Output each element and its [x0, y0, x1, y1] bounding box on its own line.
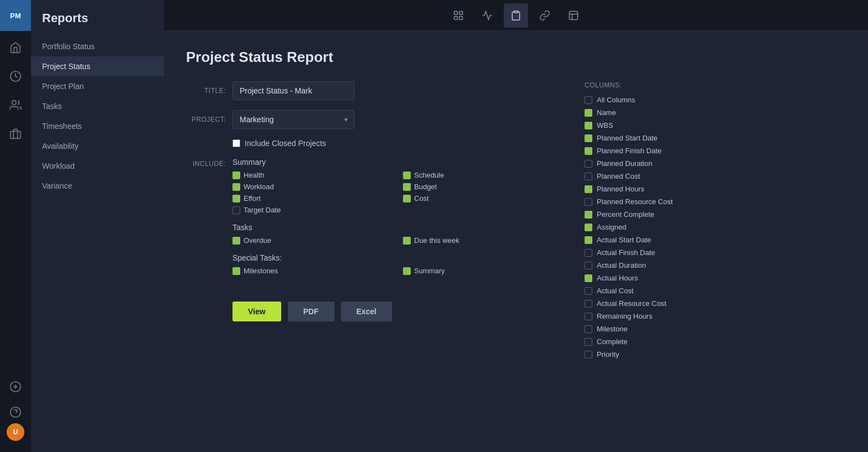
- toolbar-activity[interactable]: [475, 3, 499, 28]
- user-avatar[interactable]: U: [7, 423, 24, 441]
- column-planned-hours-label: Planned Hours: [597, 185, 644, 193]
- column-priority-label: Priority: [597, 350, 619, 359]
- health-checkbox-icon[interactable]: [232, 172, 240, 179]
- column-planned-duration-checkbox[interactable]: [585, 160, 592, 168]
- column-actual-resource-cost-checkbox[interactable]: [585, 300, 592, 308]
- column-percent-complete: Percent Complete: [585, 210, 746, 219]
- add-icon[interactable]: [0, 372, 31, 401]
- app-logo-text: PM: [10, 12, 21, 20]
- effort-label: Effort: [244, 194, 261, 202]
- column-actual-duration: Actual Duration: [585, 261, 746, 269]
- columns-scroll[interactable]: All Columns Name WBS Planned Start Date: [585, 96, 751, 363]
- column-name: Name: [585, 108, 746, 117]
- column-actual-finish-checkbox[interactable]: [585, 249, 592, 257]
- sidebar-item-project-status[interactable]: Project Status: [31, 56, 164, 76]
- overdue-label: Overdue: [244, 236, 271, 245]
- column-remaining-hours: Remaining Hours: [585, 312, 746, 320]
- sidebar-item-timesheets[interactable]: Timesheets: [31, 116, 164, 136]
- overdue-checkbox-icon[interactable]: [232, 237, 240, 245]
- toolbar-clipboard[interactable]: [504, 3, 528, 28]
- column-name-checkbox[interactable]: [585, 109, 592, 117]
- all-columns-label: All Columns: [597, 96, 635, 104]
- cost-checkbox-icon[interactable]: [403, 195, 411, 202]
- column-name-label: Name: [597, 108, 616, 117]
- toolbar-layout[interactable]: [561, 3, 586, 28]
- column-actual-cost-checkbox[interactable]: [585, 287, 592, 295]
- svg-rect-9: [459, 11, 463, 14]
- sidebar-item-portfolio-status[interactable]: Portfolio Status: [31, 37, 164, 56]
- special-summary: Summary: [403, 267, 562, 275]
- column-planned-cost-label: Planned Cost: [597, 172, 640, 180]
- title-input[interactable]: [232, 81, 354, 100]
- include-closed-checkbox[interactable]: [232, 139, 240, 147]
- schedule-checkbox-icon[interactable]: [403, 172, 411, 179]
- all-columns-checkbox[interactable]: [585, 96, 592, 104]
- column-planned-hours: Planned Hours: [585, 185, 746, 193]
- sidebar-item-availability[interactable]: Availability: [31, 136, 164, 156]
- column-complete-checkbox[interactable]: [585, 338, 592, 346]
- column-planned-resource-cost-checkbox[interactable]: [585, 198, 592, 206]
- nav-icon-history[interactable]: [0, 62, 31, 91]
- project-row: PROJECT: Marketing Development Sales HR …: [186, 110, 562, 129]
- tasks-grid: Overdue Due this week: [232, 236, 562, 245]
- column-planned-cost-checkbox[interactable]: [585, 173, 592, 180]
- column-priority-checkbox[interactable]: [585, 351, 592, 359]
- pdf-button[interactable]: PDF: [288, 302, 334, 321]
- special-summary-checkbox-icon[interactable]: [403, 267, 411, 275]
- sidebar-item-tasks[interactable]: Tasks: [31, 96, 164, 116]
- column-actual-hours-checkbox[interactable]: [585, 274, 592, 282]
- main-area: Project Status Report TITLE: PROJECT: Ma…: [164, 0, 868, 452]
- include-closed-label[interactable]: Include Closed Projects: [245, 139, 326, 148]
- summary-cost: Cost: [403, 194, 562, 202]
- summary-effort: Effort: [232, 194, 392, 202]
- column-complete: Complete: [585, 337, 746, 346]
- special-tasks-title: Special Tasks:: [232, 253, 562, 262]
- nav-icon-briefcase[interactable]: [0, 120, 31, 148]
- svg-rect-11: [459, 16, 463, 19]
- sidebar-item-project-plan[interactable]: Project Plan: [31, 76, 164, 96]
- title-label: TITLE:: [186, 87, 226, 95]
- sidebar-item-variance[interactable]: Variance: [31, 176, 164, 196]
- column-planned-resource-cost-label: Planned Resource Cost: [597, 198, 673, 206]
- title-row: TITLE:: [186, 81, 562, 100]
- column-assigned-checkbox[interactable]: [585, 224, 592, 231]
- sidebar-item-workload[interactable]: Workload: [31, 156, 164, 176]
- nav-icon-people[interactable]: [0, 91, 31, 120]
- target-date-label: Target Date: [244, 206, 281, 214]
- app-logo[interactable]: PM: [0, 0, 31, 31]
- column-actual-hours: Actual Hours: [585, 274, 746, 282]
- columns-label: COLUMNS:: [585, 81, 751, 89]
- target-date-checkbox-icon[interactable]: [232, 206, 240, 214]
- milestones-label: Milestones: [244, 267, 278, 275]
- workload-checkbox-icon[interactable]: [232, 183, 240, 191]
- excel-button[interactable]: Excel: [341, 302, 392, 321]
- sidebar: Reports Portfolio Status Project Status …: [31, 0, 164, 452]
- column-actual-duration-checkbox[interactable]: [585, 262, 592, 269]
- column-planned-finish-label: Planned Finish Date: [597, 147, 662, 155]
- due-this-week-checkbox-icon[interactable]: [403, 237, 411, 245]
- column-milestone-checkbox[interactable]: [585, 325, 592, 333]
- view-button[interactable]: View: [232, 302, 281, 321]
- column-planned-hours-checkbox[interactable]: [585, 185, 592, 193]
- effort-checkbox-icon[interactable]: [232, 195, 240, 202]
- column-actual-start-checkbox[interactable]: [585, 236, 592, 244]
- column-planned-start-date: Planned Start Date: [585, 134, 746, 142]
- columns-section: COLUMNS: All Columns Name WBS: [585, 81, 751, 363]
- nav-icon-home[interactable]: [0, 33, 31, 62]
- help-icon[interactable]: [0, 401, 31, 423]
- budget-checkbox-icon[interactable]: [403, 183, 411, 191]
- toolbar-link[interactable]: [533, 3, 557, 28]
- column-wbs-checkbox[interactable]: [585, 122, 592, 129]
- project-select[interactable]: Marketing Development Sales HR: [232, 110, 354, 129]
- workload-label: Workload: [244, 183, 274, 191]
- column-remaining-hours-checkbox[interactable]: [585, 313, 592, 320]
- column-actual-cost-label: Actual Cost: [597, 287, 633, 295]
- column-priority: Priority: [585, 350, 746, 359]
- column-planned-finish-checkbox[interactable]: [585, 147, 592, 155]
- toolbar-search-zoom[interactable]: [446, 3, 471, 28]
- column-percent-complete-label: Percent Complete: [597, 210, 654, 219]
- column-planned-start-checkbox[interactable]: [585, 134, 592, 142]
- milestones-checkbox-icon[interactable]: [232, 267, 240, 275]
- column-actual-finish-date: Actual Finish Date: [585, 248, 746, 257]
- column-percent-complete-checkbox[interactable]: [585, 211, 592, 219]
